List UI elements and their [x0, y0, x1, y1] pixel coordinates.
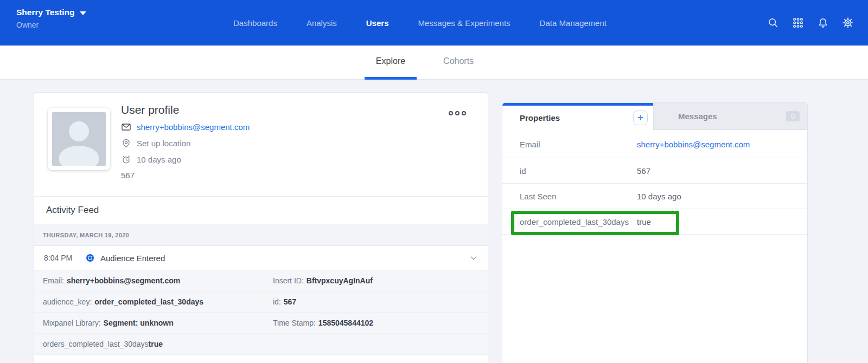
detail-cell-empty	[266, 334, 488, 355]
tab-messages[interactable]: Messages 0	[653, 103, 807, 130]
detail-cell-orders-completed: orders_completed_last_30daystrue	[34, 334, 266, 355]
notifications-bell-icon[interactable]	[817, 17, 829, 29]
chevron-down-icon[interactable]	[469, 254, 478, 262]
property-email-link[interactable]: sherry+bobbins@segment.com	[637, 139, 750, 148]
property-row-id: id 567	[502, 158, 807, 184]
properties-panel: Properties + Messages 0 Email sherry+bob…	[502, 102, 808, 363]
detail-cell-time-stamp: Time Stamp:1585045844102	[266, 313, 488, 334]
tab-properties[interactable]: Properties +	[502, 103, 653, 130]
clock-icon	[121, 154, 131, 165]
tab-explore[interactable]: Explore	[365, 46, 417, 80]
tab-explore-label: Explore	[376, 56, 405, 66]
tab-messages-label: Messages	[678, 112, 717, 121]
nav-users[interactable]: Users	[366, 18, 389, 28]
panel-tabbar: Properties + Messages 0	[502, 103, 807, 130]
top-header: Sherry Testing Owner Dashboards Analysis…	[0, 0, 868, 46]
apps-grid-icon[interactable]	[792, 17, 804, 29]
profile-last-seen: 10 days ago	[137, 155, 181, 164]
location-pin-icon	[121, 138, 131, 148]
event-time: 8:04 PM	[44, 254, 79, 262]
nav-dashboards[interactable]: Dashboards	[233, 18, 277, 28]
detail-cell-audience-key: audience_key:order_completed_last_30days	[34, 291, 266, 313]
settings-gear-icon[interactable]	[842, 17, 854, 29]
profile-user-id: 567	[121, 171, 250, 180]
nav-analysis[interactable]: Analysis	[307, 18, 337, 28]
profile-title: User profile	[121, 103, 250, 116]
nav-data-management[interactable]: Data Management	[540, 18, 607, 28]
property-row-order-completed: order_completed_last_30days true	[502, 209, 807, 235]
event-details-table: Email:sherry+bobbins@segment.com Insert …	[34, 270, 488, 355]
user-profile-card: User profile sherry+bobbins@segment.com …	[34, 92, 488, 363]
detail-cell-mixpanel-library: Mixpanel Library:Segment: unknown	[34, 313, 266, 334]
avatar	[48, 108, 110, 170]
main-nav: Dashboards Analysis Users Messages & Exp…	[0, 0, 854, 46]
header-icons	[767, 0, 854, 46]
activity-feed-title: Activity Feed	[34, 196, 488, 224]
audience-event-icon	[86, 254, 94, 262]
activity-event-row[interactable]: 8:04 PM Audience Entered	[34, 246, 488, 270]
event-name: Audience Entered	[100, 254, 165, 263]
detail-cell-insert-id: Insert ID:BftvpxcuyAgInAuf	[266, 270, 488, 291]
nav-messages-experiments[interactable]: Messages & Experiments	[418, 18, 510, 28]
tab-cohorts-label: Cohorts	[443, 56, 474, 66]
tab-properties-label: Properties	[520, 113, 560, 122]
tab-cohorts[interactable]: Cohorts	[432, 46, 485, 80]
more-options-icon[interactable]	[449, 111, 466, 115]
property-row-last-seen: Last Seen 10 days ago	[502, 184, 807, 209]
detail-cell-id: id:567	[266, 291, 488, 313]
explore-cohorts-tabbar: Explore Cohorts	[0, 46, 868, 80]
profile-email-link[interactable]: sherry+bobbins@segment.com	[137, 122, 250, 132]
profile-location[interactable]: Set up location	[137, 139, 190, 148]
mail-icon	[121, 122, 131, 132]
detail-cell-email: Email:sherry+bobbins@segment.com	[34, 270, 266, 291]
properties-table: Email sherry+bobbins@segment.com id 567 …	[502, 130, 807, 235]
search-icon[interactable]	[767, 17, 779, 29]
property-row-email: Email sherry+bobbins@segment.com	[502, 130, 807, 158]
messages-count-badge: 0	[786, 111, 800, 121]
activity-date-header: THURSDAY, MARCH 19, 2020	[34, 224, 488, 246]
add-property-button[interactable]: +	[633, 111, 648, 125]
profile-section: User profile sherry+bobbins@segment.com …	[34, 93, 488, 196]
